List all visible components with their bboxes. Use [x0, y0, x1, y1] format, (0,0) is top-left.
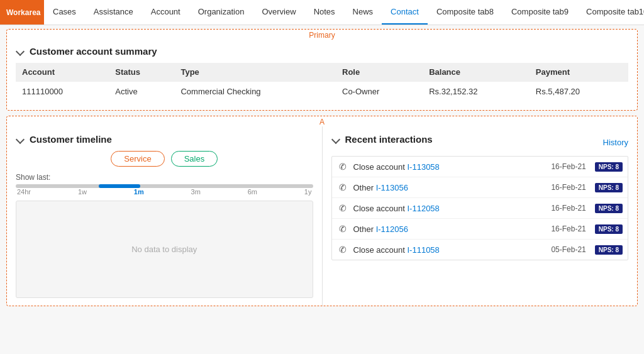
range-6m[interactable]: 6m — [248, 188, 257, 196]
cell-balance: Rs.32,152.32 — [423, 82, 530, 102]
nav-tab-organization[interactable]: Organization — [189, 0, 253, 25]
range-3m[interactable]: 3m — [191, 188, 201, 196]
workarea-label: Workarea — [6, 8, 40, 17]
nav-tab-composite-tab10[interactable]: Composite tab10 — [577, 0, 644, 25]
nav-tab-composite-tab8[interactable]: Composite tab8 — [428, 0, 502, 25]
interaction-text: Other I-112056 — [353, 224, 547, 234]
service-filter-button[interactable]: Service — [111, 151, 164, 167]
account-summary-title-text: Customer account summary — [30, 46, 157, 57]
interaction-date: 16-Feb-21 — [551, 162, 586, 171]
interaction-item: ✆Other I-11305616-Feb-21NPS: 8 — [332, 177, 628, 198]
timeline-title-row: Customer timeline — [16, 134, 313, 145]
range-labels: 24hr 1w 1m 3m 6m 1y — [16, 188, 313, 196]
range-1m[interactable]: 1m — [134, 188, 144, 196]
nav-tab-overview[interactable]: Overview — [253, 0, 304, 25]
nps-badge: NPS: 8 — [595, 183, 623, 192]
col-role: Role — [336, 63, 423, 82]
interaction-id[interactable]: I-112058 — [408, 204, 440, 213]
workarea-badge: Workarea — [0, 0, 44, 25]
interaction-date: 05-Feb-21 — [551, 245, 586, 254]
timeline-column: Customer timeline Service Sales Show las… — [7, 126, 323, 306]
phone-icon: ✆ — [337, 202, 348, 214]
cell-type: Commercial Checking — [174, 82, 336, 102]
phone-icon: ✆ — [337, 244, 348, 255]
range-1w[interactable]: 1w — [78, 188, 87, 196]
nps-badge: NPS: 8 — [595, 162, 623, 172]
interactions-scroll[interactable]: ✆Close account I-11305816-Feb-21NPS: 8✆O… — [331, 156, 629, 260]
cell-status: Active — [109, 82, 174, 102]
timeline-title-text: Customer timeline — [30, 134, 112, 145]
interaction-date: 16-Feb-21 — [551, 224, 586, 233]
interaction-id[interactable]: I-112056 — [376, 224, 408, 234]
interaction-item: ✆Close account I-11305816-Feb-21NPS: 8 — [332, 157, 628, 177]
interaction-text: Close account I-113058 — [353, 162, 547, 172]
range-24hr[interactable]: 24hr — [17, 188, 31, 196]
table-row: 111110000ActiveCommercial CheckingCo-Own… — [16, 82, 628, 102]
bottom-section: Customer timeline Service Sales Show las… — [7, 126, 637, 306]
account-summary: Customer account summary Account Status … — [7, 40, 637, 110]
nav-tab-notes[interactable]: Notes — [305, 0, 344, 25]
range-fill — [99, 184, 140, 188]
interaction-date: 16-Feb-21 — [551, 204, 586, 213]
interaction-item: ✆Close account I-11105805-Feb-21NPS: 8 — [332, 240, 628, 260]
nps-badge: NPS: 8 — [595, 245, 623, 255]
interactions-column: Recent interactions History ✆Close accou… — [323, 126, 638, 306]
a-section-label: A — [7, 116, 637, 126]
interaction-text: Other I-113056 — [353, 183, 547, 192]
nav-tab-cases[interactable]: Cases — [44, 0, 85, 25]
cell-account: 111110000 — [16, 82, 109, 102]
timeline-chevron[interactable] — [16, 135, 26, 145]
collapse-chevron[interactable] — [16, 47, 26, 57]
col-account: Account — [16, 63, 109, 82]
cell-payment: Rs.5,487.20 — [530, 82, 628, 102]
top-navigation: Workarea CasesAssistanceAccountOrganizat… — [0, 0, 644, 25]
interaction-text: Close account I-112058 — [353, 204, 547, 213]
col-status: Status — [109, 63, 174, 82]
show-last-label: Show last: — [16, 173, 313, 182]
phone-icon: ✆ — [337, 182, 348, 193]
interactions-list: ✆Close account I-11305816-Feb-21NPS: 8✆O… — [332, 157, 628, 260]
interaction-date: 16-Feb-21 — [551, 183, 586, 192]
col-type: Type — [174, 63, 336, 82]
timeline-chart: No data to display — [16, 201, 313, 298]
interaction-action: Close account — [353, 162, 408, 172]
interaction-item: ✆Other I-11205616-Feb-21NPS: 8 — [332, 219, 628, 240]
nav-tab-account[interactable]: Account — [142, 0, 189, 25]
interactions-chevron[interactable] — [331, 135, 341, 145]
interaction-text: Close account I-111058 — [353, 245, 547, 255]
nav-tab-contact[interactable]: Contact — [382, 0, 428, 25]
sales-filter-button[interactable]: Sales — [171, 151, 218, 167]
cell-role: Co-Owner — [336, 82, 423, 102]
nav-tab-composite-tab9[interactable]: Composite tab9 — [502, 0, 577, 25]
phone-icon: ✆ — [337, 161, 348, 172]
no-data-label: No data to display — [131, 245, 197, 254]
account-table-body: 111110000ActiveCommercial CheckingCo-Own… — [16, 82, 628, 102]
interaction-id[interactable]: I-113056 — [376, 183, 408, 192]
filter-buttons: Service Sales — [16, 151, 313, 167]
timeline-range-bar[interactable] — [16, 184, 313, 188]
nav-tab-news[interactable]: News — [344, 0, 382, 25]
interaction-id[interactable]: I-113058 — [408, 162, 440, 172]
interaction-id[interactable]: I-111058 — [408, 245, 440, 255]
interaction-action: Close account — [353, 204, 408, 213]
range-1y[interactable]: 1y — [304, 188, 312, 196]
nav-tab-list: CasesAssistanceAccountOrganizationOvervi… — [44, 0, 644, 25]
account-table: Account Status Type Role Balance Payment… — [16, 63, 628, 101]
interactions-title-row: Recent interactions — [331, 134, 433, 145]
history-link[interactable]: History — [603, 138, 628, 147]
nps-badge: NPS: 8 — [595, 204, 623, 213]
primary-label: Primary — [7, 30, 637, 40]
col-payment: Payment — [530, 63, 628, 82]
phone-icon: ✆ — [337, 223, 348, 235]
interactions-header: Recent interactions History — [331, 134, 629, 151]
interaction-action: Other — [353, 224, 376, 234]
interaction-action: Close account — [353, 245, 408, 255]
nps-badge: NPS: 8 — [595, 224, 623, 234]
a-section: A Customer timeline Service Sales Show l… — [6, 116, 638, 306]
nav-tab-assistance[interactable]: Assistance — [85, 0, 142, 25]
table-header-row: Account Status Type Role Balance Payment — [16, 63, 628, 82]
interaction-action: Other — [353, 183, 376, 192]
interaction-item: ✆Close account I-11205816-Feb-21NPS: 8 — [332, 198, 628, 219]
interactions-title-text: Recent interactions — [345, 134, 433, 145]
account-summary-title: Customer account summary — [16, 46, 628, 57]
